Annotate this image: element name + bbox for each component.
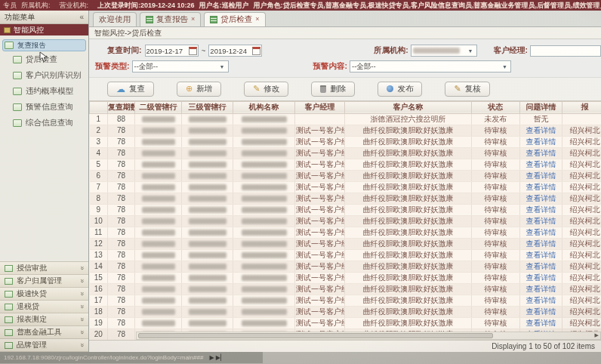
view-detail-link[interactable]: 查看详情 (520, 204, 562, 215)
table-header-row: 复查期数二级管辖行三级管辖行机构名称客户经理客户名称状态问题详情报 (90, 101, 601, 113)
view-detail-link[interactable]: 查看详情 (520, 147, 562, 159)
cell-redacted (233, 170, 295, 181)
cell-redacted (182, 125, 233, 136)
sidebar-item[interactable]: 复查报告 (2, 39, 86, 51)
table-row: 878测试一号客户经曲纤役胆欧澳胆欧好妖激康待审核查看详情绍兴柯北 (90, 193, 601, 204)
scroll-right-icon[interactable]: ▶ (595, 332, 600, 338)
table-row: 478测试一号客户经曲纤役胆欧澳胆欧好妖激康待审核查看详情绍兴柯北 (90, 147, 601, 159)
sidebar-group[interactable]: 退税贷» (0, 301, 88, 313)
修改-button[interactable]: 修改 (244, 82, 288, 97)
warn-type-value: --全部-- (134, 62, 159, 72)
chevron-expand-icon[interactable]: » (78, 304, 85, 308)
tab-label: 欢迎使用 (99, 14, 131, 25)
redacted-text (189, 196, 227, 202)
sidebar-group[interactable]: 品牌管理» (0, 339, 88, 352)
sidebar-group[interactable]: 授信审批» (0, 262, 88, 275)
view-detail-link[interactable]: 查看详情 (520, 295, 562, 306)
redacted-text (142, 264, 175, 270)
tab-欢迎使用[interactable]: 欢迎使用 (93, 12, 137, 26)
user-roles: 用户角色:贷后检查专员,普惠金融专员,极速快贷专员,客户风险信息查询员,普惠金融… (254, 0, 601, 11)
cell-report-org: 绍兴柯北 (562, 193, 601, 204)
cell-redacted (135, 238, 182, 249)
sidebar-group-label: 品牌管理 (17, 340, 47, 350)
cell-report-org: 绍兴柯北 (562, 272, 601, 283)
button-label: 复核 (465, 84, 481, 94)
cell-redacted (182, 283, 233, 295)
redacted-text (142, 230, 175, 236)
redacted-text (242, 309, 287, 315)
view-detail-link[interactable]: 查看详情 (520, 272, 562, 283)
复核-button[interactable]: 复核 (445, 82, 489, 97)
cell-report-org: 绍兴柯北 (562, 227, 601, 238)
tab-复查报告[interactable]: 复查报告× (140, 12, 201, 26)
plus-icon (186, 85, 193, 93)
folder-icon (5, 42, 14, 49)
cell-status: 待审核 (472, 204, 520, 215)
新增-button[interactable]: 新增 (177, 82, 221, 97)
date-to-field[interactable] (208, 45, 262, 57)
view-detail-link[interactable]: 查看详情 (520, 215, 562, 227)
cell-redacted (233, 136, 295, 147)
view-detail-link[interactable]: 查看详情 (520, 238, 562, 249)
tab-贷后检查[interactable]: 贷后检查× (204, 12, 265, 26)
view-detail-link[interactable]: 查看详情 (520, 159, 562, 170)
cell-row-number: 12 (90, 238, 108, 249)
chevron-expand-icon[interactable]: » (78, 279, 85, 282)
view-detail-link[interactable]: 查看详情 (520, 227, 562, 238)
cell-redacted (135, 147, 182, 159)
view-detail-link[interactable]: 查看详情 (520, 181, 562, 193)
cell-report-org: 绍兴柯北 (562, 238, 601, 249)
view-detail-link[interactable]: 查看详情 (520, 283, 562, 295)
cell-period: 78 (108, 193, 135, 204)
sidebar-group[interactable]: 报表测定» (0, 313, 88, 326)
cell-period: 78 (108, 204, 135, 215)
cell-row-number: 11 (90, 227, 108, 238)
cell-detail: 暂无 (520, 113, 562, 125)
collapse-sidebar-icon[interactable]: « (79, 13, 84, 21)
view-detail-link[interactable]: 查看详情 (520, 261, 562, 272)
org-select[interactable]: ▼ (411, 45, 477, 57)
sidebar-group[interactable]: 极速快贷» (0, 288, 88, 301)
redacted-text (242, 264, 287, 270)
date-from-input[interactable] (146, 46, 189, 56)
sidebar-group[interactable]: 普惠金融工具» (0, 326, 88, 339)
close-icon[interactable]: × (191, 16, 195, 23)
date-from-field[interactable] (145, 45, 199, 57)
sidebar-item[interactable]: 违约概率模型 (2, 83, 86, 99)
warn-content-select[interactable]: --全部-- ▼ (350, 60, 511, 72)
calendar-icon[interactable] (252, 47, 260, 55)
sidebar-section-risk[interactable]: 智能风控 (0, 24, 88, 35)
warn-type-select[interactable]: --全部-- ▼ (132, 60, 229, 72)
chevron-expand-icon[interactable]: » (78, 292, 85, 295)
cell-report-org: 绍兴柯北 (562, 306, 601, 317)
close-icon[interactable]: × (255, 16, 259, 23)
删除-button[interactable]: 删除 (311, 82, 355, 97)
sidebar-item[interactable]: 贷后检查 (2, 51, 86, 67)
scrollbar-thumb[interactable] (138, 333, 493, 338)
发布-button[interactable]: 发布 (378, 82, 422, 97)
cell-manager: 测试一号客户经 (295, 249, 345, 261)
复查-button[interactable]: 复查 (107, 82, 154, 97)
date-to-input[interactable] (210, 46, 252, 56)
view-detail-link[interactable]: 查看详情 (520, 170, 562, 181)
chevron-expand-icon[interactable]: » (78, 266, 85, 270)
view-detail-link[interactable]: 查看详情 (520, 317, 562, 329)
manager-input[interactable] (530, 45, 601, 57)
calendar-icon[interactable] (189, 47, 197, 55)
chevron-expand-icon[interactable]: » (78, 330, 85, 334)
sidebar-group[interactable]: 客户归属管理» (0, 275, 88, 288)
sidebar-item[interactable]: 预警信息查询 (2, 99, 86, 115)
view-detail-link[interactable]: 查看详情 (520, 249, 562, 261)
cell-redacted (135, 204, 182, 215)
sidebar-item[interactable]: 综合信息查询 (2, 115, 86, 131)
view-detail-link[interactable]: 查看详情 (520, 136, 562, 147)
view-detail-link[interactable]: 查看详情 (520, 125, 562, 136)
view-detail-link[interactable]: 查看详情 (520, 306, 562, 317)
horizontal-scrollbar[interactable]: ▶ (136, 332, 601, 340)
sidebar-item[interactable]: 客户识别库识别 (2, 67, 86, 83)
chevron-expand-icon[interactable]: » (78, 317, 85, 321)
view-detail-link[interactable]: 查看详情 (520, 193, 562, 204)
chevron-expand-icon[interactable]: » (78, 343, 85, 347)
cell-manager (295, 113, 345, 125)
table-body: 188浙德酒冠控六搜岔明所未发布暂无278测试一号客户经曲纤役胆欧澳胆欧好妖激康… (90, 113, 601, 340)
